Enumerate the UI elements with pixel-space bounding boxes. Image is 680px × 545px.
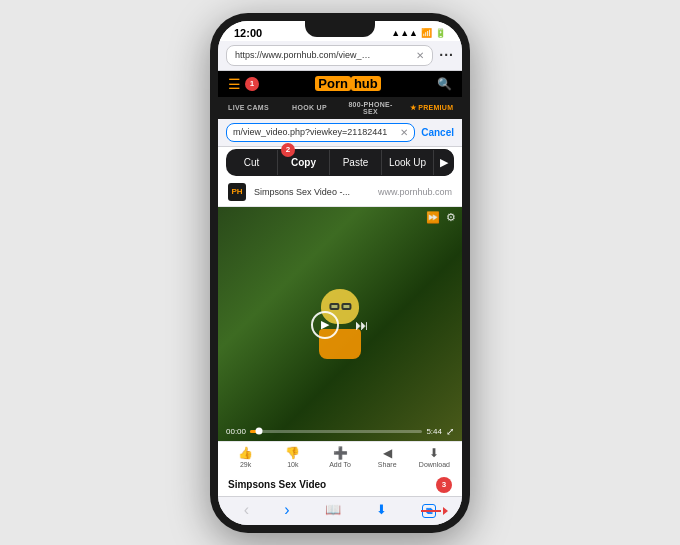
red-arrow-overlay bbox=[421, 507, 448, 515]
signal-icon: ▲▲▲ bbox=[391, 28, 418, 38]
action-bar: 👍 29k 👎 10k ➕ Add To ◀ Share ⬇ Download bbox=[218, 441, 462, 472]
ph-logo-text: Porn bbox=[315, 76, 351, 91]
ctx-paste[interactable]: Paste bbox=[330, 150, 382, 175]
bookmarks-icon[interactable]: 📖 bbox=[325, 502, 341, 517]
search-icon[interactable]: 🔍 bbox=[437, 77, 452, 91]
add-to-action[interactable]: ➕ Add To bbox=[316, 446, 363, 468]
context-menu-container: 2 Cut Copy Paste Look Up ▶ bbox=[226, 149, 454, 176]
download-action[interactable]: ⬇ Download bbox=[411, 446, 458, 468]
suggestion-row[interactable]: PH Simpsons Sex Video -... www.pornhub.c… bbox=[218, 178, 462, 207]
fast-forward-icon[interactable]: ⏩ bbox=[426, 211, 440, 224]
search-input-text: m/view_video.php?viewkey=21182441 bbox=[233, 127, 387, 137]
hamburger-icon[interactable]: ☰ bbox=[228, 76, 241, 92]
ph-header: ☰ 1 Pornhub 🔍 bbox=[218, 71, 462, 97]
download-icon: ⬇ bbox=[429, 446, 439, 460]
phone-screen: 12:00 ▲▲▲ 📶 🔋 https://www.pornhub.com/vi… bbox=[218, 21, 462, 525]
like-icon: 👍 bbox=[238, 446, 253, 460]
wifi-icon: 📶 bbox=[421, 28, 432, 38]
nav-premium[interactable]: ★ PREMIUM bbox=[401, 100, 462, 116]
video-progress: 00:00 5:44 ⤢ bbox=[224, 426, 456, 437]
search-clear-icon[interactable]: ✕ bbox=[400, 127, 408, 138]
save-icon[interactable]: ⬇ bbox=[376, 502, 387, 517]
red-arrow-head bbox=[443, 507, 448, 515]
forward-button[interactable]: › bbox=[284, 501, 289, 519]
download-label: Download bbox=[419, 461, 450, 468]
search-input-box[interactable]: m/view_video.php?viewkey=21182441 ✕ bbox=[226, 123, 415, 142]
ctx-look-up[interactable]: Look Up bbox=[382, 150, 434, 175]
back-button[interactable]: ‹ bbox=[244, 501, 249, 519]
suggestion-site-icon: PH bbox=[228, 183, 246, 201]
red-arrow-line bbox=[421, 510, 441, 512]
dislike-action[interactable]: 👎 10k bbox=[269, 446, 316, 468]
ctx-more-icon[interactable]: ▶ bbox=[434, 149, 454, 176]
play-button[interactable]: ▶ bbox=[311, 311, 339, 339]
share-icon: ◀ bbox=[383, 446, 392, 460]
status-time: 12:00 bbox=[234, 27, 262, 39]
add-icon: ➕ bbox=[333, 446, 348, 460]
browser-bar: https://www.pornhub.com/view_video.... ✕… bbox=[218, 41, 462, 71]
dislike-count: 10k bbox=[287, 461, 298, 468]
time-start: 00:00 bbox=[226, 427, 246, 436]
notification-badge-3: 3 bbox=[436, 477, 452, 493]
ph-logo: Pornhub bbox=[315, 76, 380, 91]
next-track-icon[interactable]: ⏭ bbox=[355, 317, 369, 333]
nav-phone-sex[interactable]: 800-PHONE-SEX bbox=[340, 97, 401, 119]
context-badge-2: 2 bbox=[281, 143, 295, 157]
video-top-controls: ⏩ ⚙ bbox=[224, 211, 456, 224]
context-menu: Cut Copy Paste Look Up ▶ bbox=[226, 149, 454, 176]
browser-menu-icon[interactable]: ··· bbox=[439, 47, 454, 63]
dislike-icon: 👎 bbox=[285, 446, 300, 460]
share-action[interactable]: ◀ Share bbox=[364, 446, 411, 468]
video-title: Simpsons Sex Video bbox=[228, 479, 326, 490]
add-to-label: Add To bbox=[329, 461, 351, 468]
ph-nav: LIVE CAMS HOOK UP 800-PHONE-SEX ★ PREMIU… bbox=[218, 97, 462, 119]
settings-icon[interactable]: ⚙ bbox=[446, 211, 456, 224]
status-icons: ▲▲▲ 📶 🔋 bbox=[391, 28, 446, 38]
cancel-button[interactable]: Cancel bbox=[421, 127, 454, 138]
nav-hook-up[interactable]: HOOK UP bbox=[279, 100, 340, 115]
play-icon: ▶ bbox=[321, 318, 329, 331]
ctx-cut[interactable]: Cut bbox=[226, 150, 278, 175]
share-label: Share bbox=[378, 461, 397, 468]
url-clear-icon[interactable]: ✕ bbox=[416, 50, 424, 61]
progress-bar[interactable] bbox=[250, 430, 422, 433]
video-title-bar: Simpsons Sex Video 3 bbox=[218, 472, 462, 496]
suggestion-title: Simpsons Sex Video -... bbox=[254, 187, 370, 197]
battery-icon: 🔋 bbox=[435, 28, 446, 38]
ph-mini-logo: PH bbox=[231, 187, 242, 196]
nav-live-cams[interactable]: LIVE CAMS bbox=[218, 100, 279, 115]
notification-badge-1: 1 bbox=[245, 77, 259, 91]
phone-frame: 12:00 ▲▲▲ 📶 🔋 https://www.pornhub.com/vi… bbox=[210, 13, 470, 533]
suggestion-domain: www.pornhub.com bbox=[378, 187, 452, 197]
video-area: ⏩ ⚙ ▶ ⏭ 00:00 bbox=[218, 207, 462, 441]
url-bar[interactable]: https://www.pornhub.com/view_video.... ✕ bbox=[226, 45, 433, 66]
time-end: 5:44 bbox=[426, 427, 442, 436]
video-content[interactable]: ⏩ ⚙ ▶ ⏭ 00:00 bbox=[218, 207, 462, 441]
ph-logo-highlight: hub bbox=[351, 76, 381, 91]
like-action[interactable]: 👍 29k bbox=[222, 446, 269, 468]
video-center-controls: ▶ ⏭ bbox=[224, 311, 456, 339]
expand-icon[interactable]: ⤢ bbox=[446, 426, 454, 437]
progress-dot bbox=[255, 428, 262, 435]
search-row: m/view_video.php?viewkey=21182441 ✕ Canc… bbox=[218, 119, 462, 147]
play-controls-overlay: ⏩ ⚙ ▶ ⏭ 00:00 bbox=[218, 207, 462, 441]
phone-notch bbox=[305, 21, 375, 37]
url-text: https://www.pornhub.com/view_video.... bbox=[235, 50, 375, 60]
like-count: 29k bbox=[240, 461, 251, 468]
